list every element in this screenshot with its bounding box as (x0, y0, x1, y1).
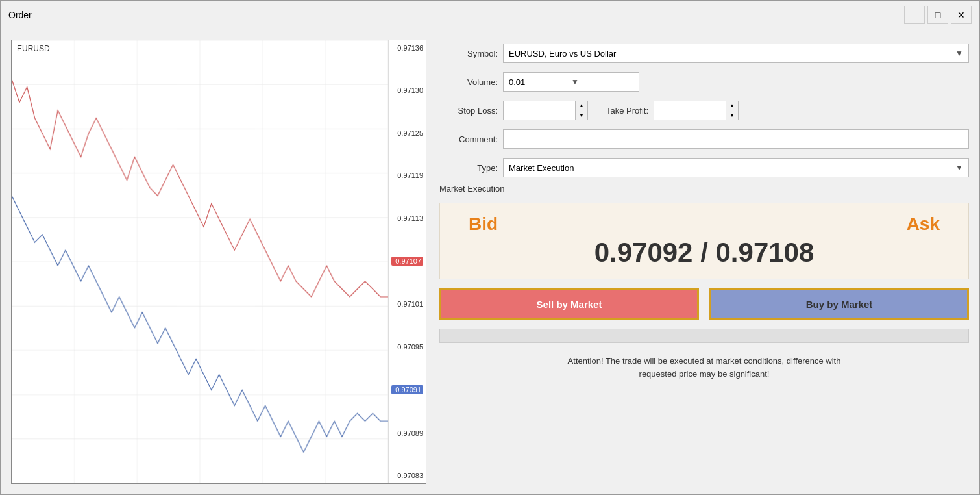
bid-ask-section: Bid Ask 0.97092 / 0.97108 (439, 203, 969, 279)
y-label-8: 0.97095 (391, 343, 423, 351)
y-label-bid: 0.97107 (391, 257, 423, 266)
volume-row: Volume: 0.01 ▼ (439, 72, 969, 92)
y-label-1: 0.97136 (391, 44, 423, 52)
sell-by-market-button[interactable]: Sell by Market (439, 288, 699, 320)
window-title: Order (8, 10, 32, 20)
symbol-value: EURUSD, Euro vs US Dollar (509, 49, 616, 58)
comment-row: Comment: (439, 129, 969, 149)
ask-value: 0.97108 (716, 237, 815, 268)
stop-loss-up-button[interactable]: ▲ (576, 101, 587, 110)
volume-label: Volume: (439, 77, 498, 87)
type-chevron-icon: ▼ (955, 163, 963, 172)
order-window: Order — □ ✕ EURUSD 0.97136 0.97130 0.971… (0, 0, 980, 495)
market-execution-section-label: Market Execution (439, 184, 969, 194)
y-label-4: 0.97119 (391, 171, 423, 179)
chart-y-axis: 0.97136 0.97130 0.97125 0.97119 0.97113 … (388, 40, 426, 483)
type-select[interactable]: Market Execution ▼ (503, 158, 969, 177)
bid-ask-labels: Bid Ask (456, 214, 953, 235)
buy-by-market-button[interactable]: Buy by Market (709, 288, 969, 320)
symbol-row: Symbol: EURUSD, Euro vs US Dollar ▼ (439, 44, 969, 63)
price-chart (12, 40, 388, 483)
comment-label: Comment: (439, 134, 498, 144)
ask-label: Ask (907, 214, 940, 235)
y-label-7: 0.97101 (391, 300, 423, 308)
volume-chevron-icon: ▼ (571, 77, 633, 86)
symbol-select[interactable]: EURUSD, Euro vs US Dollar ▼ (503, 44, 969, 63)
attention-line2: requested price may be significant! (639, 369, 770, 379)
attention-text: Attention! The trade will be executed at… (439, 352, 969, 383)
take-profit-spinners: ▲ ▼ (726, 101, 738, 120)
progress-bar (439, 329, 969, 343)
attention-line1: Attention! The trade will be executed at… (568, 356, 841, 366)
take-profit-label: Take Profit: (606, 106, 648, 116)
title-bar: Order — □ ✕ (1, 1, 979, 29)
main-content: EURUSD 0.97136 0.97130 0.97125 0.97119 0… (1, 29, 979, 494)
y-label-3: 0.97125 (391, 129, 423, 137)
stop-take-row: Stop Loss: 0.00000 ▲ ▼ Take Profit: 0.00… (439, 101, 969, 120)
bid-ask-values: 0.97092 / 0.97108 (594, 237, 815, 268)
volume-select[interactable]: 0.01 ▼ (503, 72, 639, 92)
bid-value: 0.97092 (594, 237, 693, 268)
take-profit-up-button[interactable]: ▲ (726, 101, 738, 110)
y-label-11: 0.97083 (391, 472, 423, 479)
maximize-button[interactable]: □ (927, 6, 948, 24)
bid-ask-separator: / (692, 237, 715, 268)
take-profit-down-button[interactable]: ▼ (726, 110, 738, 120)
type-row: Type: Market Execution ▼ (439, 158, 969, 177)
type-value: Market Execution (509, 163, 574, 173)
stop-loss-label: Stop Loss: (439, 106, 498, 116)
right-panel: Symbol: EURUSD, Euro vs US Dollar ▼ Volu… (439, 40, 969, 484)
take-profit-input-group: 0.00000 ▲ ▼ (654, 101, 739, 120)
stop-loss-down-button[interactable]: ▼ (576, 110, 587, 120)
y-label-ask: 0.97091 (391, 385, 423, 394)
symbol-chevron-icon: ▼ (955, 49, 963, 58)
bid-label: Bid (469, 214, 498, 235)
chart-panel: EURUSD 0.97136 0.97130 0.97125 0.97119 0… (11, 40, 426, 484)
stop-loss-input[interactable]: 0.00000 (504, 101, 575, 120)
title-bar-buttons: — □ ✕ (904, 6, 972, 24)
volume-value: 0.01 (509, 77, 571, 87)
symbol-label: Symbol: (439, 49, 498, 58)
minimize-button[interactable]: — (904, 6, 925, 24)
stop-loss-spinners: ▲ ▼ (575, 101, 587, 120)
close-button[interactable]: ✕ (951, 6, 972, 24)
trade-buttons: Sell by Market Buy by Market (439, 288, 969, 320)
y-label-10: 0.97089 (391, 429, 423, 437)
chart-symbol-label: EURUSD (17, 44, 50, 53)
take-profit-input[interactable]: 0.00000 (654, 101, 726, 120)
stop-loss-input-group: 0.00000 ▲ ▼ (503, 101, 588, 120)
y-label-2: 0.97130 (391, 86, 423, 94)
y-label-5: 0.97113 (391, 214, 423, 222)
type-label: Type: (439, 163, 498, 173)
comment-input[interactable] (503, 129, 969, 149)
